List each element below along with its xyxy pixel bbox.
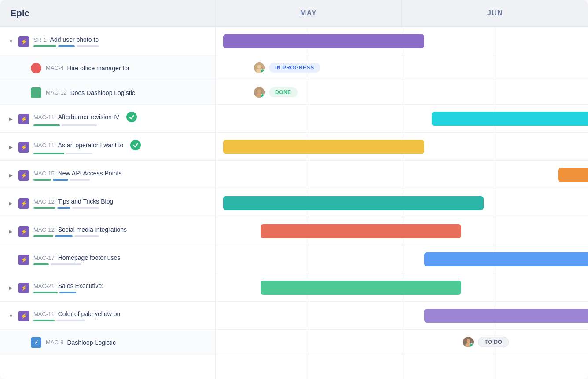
gantt-container: Epic ▼⚡SR-1Add user photo toMAC-4Hire of… [0,0,588,379]
progress-bars [33,179,208,181]
issue-title: Dashloop Logistic [67,339,116,346]
gantt-row [216,161,588,189]
issue-icon: ⚡ [18,198,29,209]
avatar-status-dot [470,343,474,347]
gantt-bar[interactable] [223,196,484,210]
row-content: MAC-15New API Access Points [33,170,208,181]
progress-bar [56,320,85,321]
progress-bar [70,179,90,181]
status-container: IN PROGRESS [253,62,320,74]
row-title-line: MAC-11Color of pale yellow on [33,310,208,317]
expand-btn[interactable]: ▶ [7,228,15,236]
right-body: IN PROGRESS DONE TO DO [216,27,588,379]
epic-row: ⚡MAC-17Homepage footer uses [0,245,215,273]
gantt-bar[interactable] [424,309,588,323]
issue-title: Hire office manager for [67,65,129,72]
progress-bar [33,235,53,237]
gantt-row [216,105,588,133]
issue-id: MAC-11 [33,114,55,120]
issue-title: Afterburner revision IV [58,113,119,120]
progress-bars [33,153,208,154]
avatar-status-dot [261,94,265,98]
row-title-line: MAC-4Hire office manager for [46,65,208,72]
expand-btn[interactable]: ▶ [7,284,15,292]
expand-btn[interactable]: ▶ [7,115,15,123]
progress-bar [74,235,99,237]
issue-icon [31,63,41,73]
progress-bar [33,45,56,47]
issue-title: Tips and Tricks Blog [58,198,114,205]
row-content: MAC-8Dashloop Logistic [46,339,208,346]
row-title-line: MAC-21Sales Executive: [33,282,208,289]
issue-icon: ⚡ [18,170,29,181]
expand-btn[interactable]: ▶ [7,200,15,208]
progress-bar [58,45,75,47]
row-content: MAC-11Color of pale yellow on [33,310,208,321]
expand-btn[interactable]: ▶ [7,143,15,151]
issue-id: MAC-4 [46,65,63,71]
gantt-row: IN PROGRESS [216,55,588,80]
issue-icon: ⚡ [18,255,29,265]
gantt-rows: IN PROGRESS DONE TO DO [216,27,588,379]
progress-bar [57,207,70,209]
progress-bars [33,124,208,126]
row-content: MAC-11Afterburner revision IV [33,112,208,126]
gantt-bar[interactable] [261,281,462,295]
issue-icon: ⚡ [18,36,29,47]
epic-column-header: Epic [11,8,29,18]
gantt-row: DONE [216,80,588,105]
issue-icon: ⚡ [18,142,29,153]
status-container: DONE [253,86,298,98]
gantt-bar[interactable] [424,252,588,266]
progress-bars [33,320,208,321]
progress-bar [33,124,60,126]
row-content: MAC-12Does Dashloop Logistic [46,89,208,96]
issue-title: Homepage footer uses [58,254,121,261]
issue-id: MAC-11 [33,311,55,317]
gantt-row [216,133,588,161]
progress-bar [33,292,58,293]
right-header: MAY JUN [216,0,588,27]
avatar-status-dot [261,69,265,73]
check-badge [126,112,137,122]
issue-id: MAC-17 [33,255,55,261]
progress-bar [51,263,81,265]
epic-row: MAC-4Hire office manager for [0,55,215,80]
row-title-line: MAC-11Afterburner revision IV [33,112,208,122]
row-title-line: SR-1Add user photo to [33,36,208,43]
progress-bar [33,263,49,265]
progress-bar [33,153,64,154]
row-title-line: MAC-15New API Access Points [33,170,208,177]
right-panel: MAY JUN IN PROGRESS DONE [216,0,588,379]
progress-bar [77,45,99,47]
status-badge: TO DO [478,337,509,347]
row-title-line: MAC-12Social media integrations [33,226,208,233]
issue-id: MAC-8 [46,339,63,346]
progress-bar [55,235,73,237]
gantt-bar[interactable] [223,140,424,154]
gantt-bar[interactable] [558,168,588,182]
status-container: TO DO [462,336,509,348]
epic-row: ▶⚡MAC-11As an operator I want to [0,133,215,161]
row-title-line: MAC-8Dashloop Logistic [46,339,208,346]
row-content: MAC-11As an operator I want to [33,140,208,154]
svg-point-7 [467,339,470,343]
epic-row: ✓MAC-8Dashloop Logistic [0,330,215,354]
avatar [462,336,474,348]
issue-icon: ⚡ [18,283,29,293]
issue-icon: ✓ [31,337,41,348]
gantt-bar[interactable] [223,34,424,48]
expand-btn[interactable]: ▼ [7,38,15,46]
svg-point-4 [257,89,261,93]
issue-id: MAC-12 [46,89,67,96]
status-badge: DONE [269,87,298,97]
expand-btn[interactable]: ▶ [7,171,15,179]
gantt-bar[interactable] [261,224,462,238]
row-content: SR-1Add user photo to [33,36,208,47]
left-header: Epic [0,0,215,27]
gantt-bar[interactable] [432,112,588,126]
expand-btn[interactable]: ▼ [7,312,15,320]
gantt-row: TO DO [216,330,588,354]
gantt-row [216,273,588,302]
row-content: MAC-17Homepage footer uses [33,254,208,265]
